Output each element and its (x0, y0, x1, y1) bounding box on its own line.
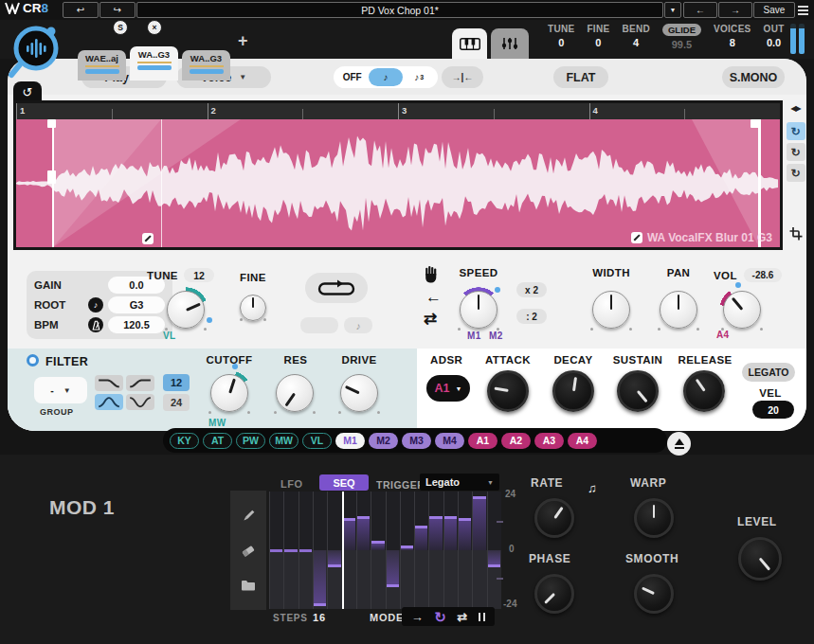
seq-step-16[interactable] (488, 550, 500, 567)
start-marker-handle[interactable] (47, 170, 56, 184)
filter-type-highpass-button[interactable] (126, 375, 154, 391)
seq-step-15[interactable] (473, 496, 485, 550)
flat-button[interactable]: FLAT (553, 66, 608, 88)
tab-keyboard-view[interactable] (452, 28, 487, 59)
global-param-out[interactable]: OUT0.0 (764, 24, 785, 50)
mod-tab-mw[interactable]: MW (269, 433, 298, 449)
redo-button[interactable]: ↪ (99, 2, 136, 18)
tune-knob[interactable] (162, 286, 209, 333)
folder-icon[interactable] (241, 579, 256, 592)
step-sequencer-grid[interactable] (269, 492, 501, 609)
global-param-fine[interactable]: FINE0 (587, 24, 609, 50)
smooth-knob[interactable] (629, 569, 678, 618)
undo-button[interactable]: ↩ (63, 2, 99, 18)
mod-tab-a4[interactable]: A4 (568, 433, 597, 449)
fine-knob[interactable] (237, 292, 269, 324)
bpm-value[interactable]: 120.5 (108, 316, 165, 333)
sample-tab-3[interactable]: WA..G3 (182, 50, 230, 80)
mod-tab-at[interactable]: AT (203, 433, 232, 449)
preset-dropdown-button[interactable]: ▼ (664, 2, 681, 18)
mod-tab-m1[interactable]: M1 (335, 433, 365, 449)
cutoff-knob[interactable] (206, 369, 253, 417)
sustain-knob[interactable] (612, 366, 663, 417)
loop-mode-1-button[interactable]: ↻ (787, 122, 805, 140)
filter-type-lowpass-button[interactable] (95, 375, 123, 391)
filter-group-dropdown[interactable]: -▼ (34, 377, 87, 403)
seq-step-13[interactable] (444, 516, 457, 550)
sync-note-button[interactable]: ♪ (369, 68, 402, 86)
prev-preset-button[interactable]: ← (683, 2, 717, 18)
start-marker-flag[interactable] (47, 119, 56, 128)
collapse-panel-button[interactable] (667, 432, 691, 456)
vol-value[interactable]: -28.6 (744, 268, 782, 282)
mod-tab-m3[interactable]: M3 (402, 433, 431, 449)
solo-badge[interactable]: S (113, 20, 128, 35)
rate-knob[interactable] (530, 493, 579, 543)
mode-forward-icon[interactable]: → (411, 611, 424, 623)
sample-tab-2[interactable]: WA..G3 (130, 46, 178, 80)
adsr-env-dropdown[interactable]: A1 ▼ (426, 375, 470, 402)
warp-knob[interactable] (629, 493, 678, 543)
speed-knob[interactable] (455, 286, 502, 333)
seq-step-7[interactable] (357, 516, 370, 550)
res-knob[interactable] (271, 369, 318, 417)
vel-value[interactable]: 20 (752, 401, 794, 419)
seq-step-10[interactable] (401, 546, 413, 550)
global-param-voices[interactable]: VOICES8 (714, 24, 751, 50)
smono-button[interactable]: S.MONO (722, 66, 785, 88)
seq-step-14[interactable] (459, 518, 471, 550)
sync-off-button[interactable]: OFF (335, 68, 369, 86)
seq-step-12[interactable] (429, 516, 442, 550)
mod-tab-vl[interactable]: VL (302, 433, 332, 449)
clip-edit-icon[interactable] (631, 232, 642, 243)
crop-icon[interactable] (789, 227, 803, 244)
sync-triplet-button[interactable]: ♪3 (403, 68, 436, 86)
mode-hold-icon[interactable] (479, 613, 486, 621)
tab-mixer-view[interactable] (491, 28, 529, 59)
tune-value[interactable]: 12 (184, 268, 214, 282)
hand-scrub-icon[interactable] (423, 265, 440, 287)
seq-step-9[interactable] (387, 550, 399, 587)
speed-double-button[interactable]: x 2 (516, 282, 547, 297)
seq-step-11[interactable] (415, 526, 427, 550)
root-value[interactable]: G3 (108, 296, 165, 313)
speed-half-button[interactable]: : 2 (516, 309, 547, 324)
filter-slope-24-button[interactable]: 24 (163, 394, 190, 411)
decay-knob[interactable] (548, 366, 599, 417)
mod-tab-pw[interactable]: PW (236, 433, 265, 449)
next-preset-button[interactable]: → (718, 2, 752, 18)
filter-slope-12-button[interactable]: 12 (163, 374, 190, 391)
trigger-dropdown[interactable]: Legato▼ (420, 474, 499, 491)
save-button[interactable]: Save (753, 2, 795, 18)
filter-type-bandpass-button[interactable] (95, 394, 123, 410)
seq-step-5[interactable] (328, 550, 340, 567)
filter-type-notch-button[interactable] (126, 394, 154, 410)
width-knob[interactable] (588, 286, 635, 333)
mod-tab-ky[interactable]: KY (170, 433, 199, 449)
pan-knob[interactable] (655, 286, 702, 333)
phase-knob[interactable] (530, 569, 579, 618)
seq-step-1[interactable] (270, 549, 282, 552)
fade-edit-icon[interactable] (142, 233, 154, 244)
h-zoom-icon[interactable]: ◀▶ (790, 104, 800, 113)
menu-icon[interactable] (798, 4, 808, 17)
rate-sync-note-icon[interactable]: ♫ (588, 481, 597, 495)
drive-knob[interactable] (335, 369, 383, 417)
release-knob[interactable] (678, 366, 730, 417)
seq-step-6[interactable] (343, 518, 355, 550)
mod-tab-m4[interactable]: M4 (435, 433, 464, 449)
global-param-glide[interactable]: GLIDE99.5 (662, 24, 701, 50)
close-badge[interactable]: × (147, 20, 162, 35)
seq-step-8[interactable] (371, 541, 384, 550)
level-knob[interactable] (733, 532, 787, 585)
mod-tab-m2[interactable]: M2 (369, 433, 398, 449)
vol-knob[interactable] (718, 286, 766, 333)
mod-tab-a2[interactable]: A2 (501, 433, 531, 449)
timeline-ruler[interactable]: 1234 (16, 103, 780, 119)
steps-value[interactable]: 16 (313, 612, 326, 623)
loop-playback-button[interactable] (305, 273, 368, 303)
mod-tab-a1[interactable]: A1 (468, 433, 497, 449)
mod-tab-a3[interactable]: A3 (534, 433, 564, 449)
pencil-icon[interactable] (241, 509, 256, 524)
global-param-tune[interactable]: TUNE0 (548, 24, 574, 50)
